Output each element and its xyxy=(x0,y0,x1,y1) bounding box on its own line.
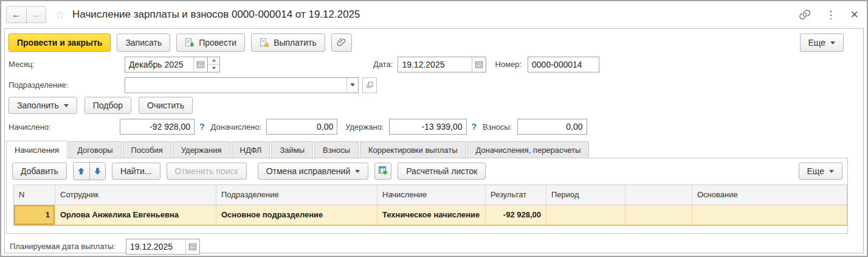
withheld-label: Удержано: xyxy=(345,122,384,132)
tab-ndfl[interactable]: НДФЛ xyxy=(232,141,270,158)
col-header-accrual[interactable]: Начисление xyxy=(377,185,486,205)
accrued-help-link[interactable]: ? xyxy=(199,122,205,132)
col-header-result[interactable]: Результат xyxy=(486,185,546,205)
tab-label: Пособия xyxy=(131,146,163,155)
number-input[interactable] xyxy=(528,57,599,72)
post-and-close-label: Провести и закрыть xyxy=(17,38,102,48)
date-label: Дата: xyxy=(373,60,393,69)
pick-button[interactable]: Подбор xyxy=(84,97,131,114)
pay-label: Выплатить xyxy=(274,38,317,48)
col-header-department[interactable]: Подразделение xyxy=(216,185,377,205)
table-row[interactable]: 1 Орлова Анжелика Евгеньевна Основное по… xyxy=(14,205,847,225)
cell-n-selected[interactable]: 1 xyxy=(14,205,55,225)
attachments-button[interactable] xyxy=(331,33,352,52)
cell-period[interactable] xyxy=(546,205,625,225)
col-header-employee[interactable]: Сотрудник xyxy=(55,185,216,205)
month-input[interactable] xyxy=(125,57,193,72)
move-down-button[interactable] xyxy=(89,163,105,180)
fill-actions-row: Заполнить Подбор Очистить xyxy=(9,97,193,114)
table-header-row: N Сотрудник Подразделение Начисление Рез… xyxy=(14,185,847,205)
cell-accrual[interactable]: Техническое начисление xyxy=(377,205,486,225)
accrued-input[interactable] xyxy=(120,119,195,135)
nav-history-group: ← → xyxy=(6,6,46,23)
document-window: ← → ☆ Начисление зарплаты и взносов 0000… xyxy=(0,0,868,257)
more-label: Еще xyxy=(807,166,825,176)
cancel-search-button[interactable]: Отменить поиск xyxy=(167,163,247,180)
table-more-button[interactable]: Еще xyxy=(799,163,843,180)
planned-payment-calendar-icon[interactable] xyxy=(185,239,200,255)
withheld-help-link[interactable]: ? xyxy=(472,122,477,132)
cell-basis[interactable] xyxy=(692,205,847,225)
tab-uderzhaniya[interactable]: Удержания xyxy=(173,141,230,158)
cell-result[interactable]: -92 928,00 xyxy=(486,205,546,225)
fill-button[interactable]: Заполнить xyxy=(9,97,77,114)
table-settings-button[interactable] xyxy=(374,163,391,180)
link-icon[interactable] xyxy=(799,9,811,21)
department-label: Подразделение: xyxy=(9,80,125,90)
withheld-input[interactable] xyxy=(389,119,467,135)
cell-department[interactable]: Основное подразделение xyxy=(216,205,377,225)
chevron-down-icon xyxy=(829,170,834,173)
more-label: Еще xyxy=(808,38,826,48)
payslip-label: Расчетный листок xyxy=(406,166,477,176)
month-calendar-icon[interactable] xyxy=(193,57,208,72)
post-button[interactable]: Провести xyxy=(176,33,245,52)
department-field-group xyxy=(125,77,359,93)
payslip-button[interactable]: Расчетный листок xyxy=(398,163,486,180)
additional-input[interactable] xyxy=(266,119,337,135)
month-field-group xyxy=(125,57,220,72)
clear-button[interactable]: Очистить xyxy=(139,97,193,114)
col-header-period[interactable]: Период xyxy=(546,185,625,205)
move-up-button[interactable] xyxy=(74,163,89,180)
cell-employee[interactable]: Орлова Анжелика Евгеньевна xyxy=(55,205,216,225)
additional-label: Доначислено: xyxy=(211,122,262,132)
favorite-star-icon[interactable]: ☆ xyxy=(55,8,65,22)
tab-donachisleniya[interactable]: Доначисления, перерасчеты xyxy=(467,141,590,158)
planned-payment-label: Планируемая дата выплаты: xyxy=(10,242,126,251)
tab-dogovory[interactable]: Договоры xyxy=(69,141,121,158)
find-button[interactable]: Найти... xyxy=(112,163,160,180)
pick-label: Подбор xyxy=(93,100,123,110)
command-bar-more-button[interactable]: Еще xyxy=(800,33,844,52)
arrow-down-icon xyxy=(94,167,102,175)
col-header-blank[interactable] xyxy=(625,185,692,205)
tab-nachisleniya[interactable]: Начисления xyxy=(6,141,67,158)
close-icon[interactable]: × xyxy=(850,8,858,21)
cell-blank[interactable] xyxy=(625,205,692,225)
tab-posobiya[interactable]: Пособия xyxy=(123,141,171,158)
fill-label: Заполнить xyxy=(17,100,59,110)
accrued-label: Начислено: xyxy=(9,122,120,132)
date-input[interactable] xyxy=(398,57,472,72)
chevron-down-icon xyxy=(830,41,835,44)
planned-payment-input[interactable] xyxy=(126,239,185,255)
tab-label: Удержания xyxy=(181,146,222,155)
planned-payment-field-group xyxy=(126,239,200,255)
back-button[interactable]: ← xyxy=(7,7,26,23)
month-stepper[interactable] xyxy=(208,57,220,72)
pay-document-icon xyxy=(260,38,269,48)
chevron-down-icon xyxy=(355,170,360,173)
tab-korrektirovki[interactable]: Корректировки выплаты xyxy=(360,141,466,158)
department-dropdown-icon[interactable] xyxy=(346,77,359,93)
department-open-icon[interactable] xyxy=(362,77,377,93)
date-calendar-icon[interactable] xyxy=(472,57,486,72)
arrow-up-icon xyxy=(77,167,85,175)
tab-zaymy[interactable]: Займы xyxy=(271,141,313,158)
col-header-n[interactable]: N xyxy=(14,185,55,205)
step-up-icon[interactable] xyxy=(208,57,219,65)
contributions-input[interactable] xyxy=(517,119,587,135)
forward-button[interactable]: → xyxy=(26,7,46,23)
department-input[interactable] xyxy=(125,77,346,93)
post-and-close-button[interactable]: Провести и закрыть xyxy=(9,33,111,52)
write-button[interactable]: Записать xyxy=(117,33,170,52)
contributions-label: Взносы: xyxy=(483,122,512,132)
tab-vznosy[interactable]: Взносы xyxy=(314,141,359,158)
pay-button[interactable]: Выплатить xyxy=(251,33,325,52)
step-down-icon[interactable] xyxy=(208,64,219,72)
command-bar: Провести и закрыть Записать Провести Вып… xyxy=(9,33,844,52)
cancel-corrections-button[interactable]: Отмена исправлений xyxy=(258,163,369,180)
more-menu-icon[interactable]: ⋮ xyxy=(825,9,836,21)
col-header-basis[interactable]: Основание xyxy=(692,185,847,205)
add-row-button[interactable]: Добавить xyxy=(12,163,67,180)
titlebar-actions: ⋮ × xyxy=(799,1,858,28)
